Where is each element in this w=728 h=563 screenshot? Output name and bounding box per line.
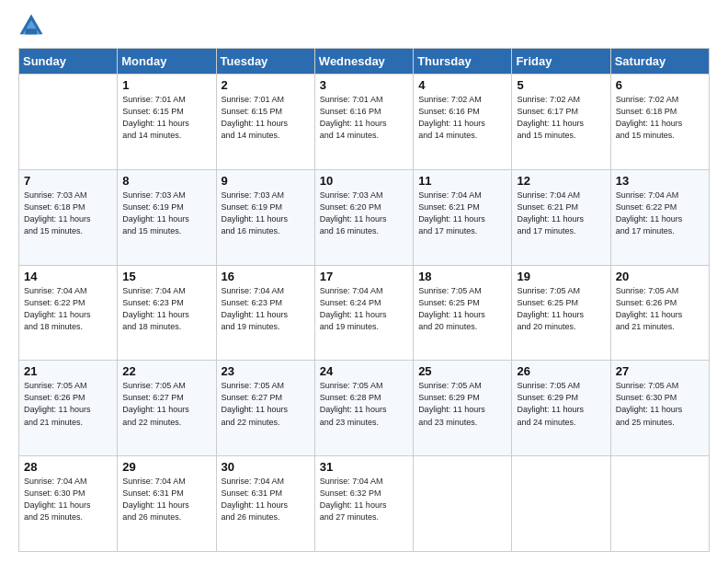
day-info: Sunrise: 7:05 AM Sunset: 6:29 PM Dayligh… xyxy=(517,380,605,428)
week-row-3: 14Sunrise: 7:04 AM Sunset: 6:22 PM Dayli… xyxy=(19,265,710,361)
day-number: 2 xyxy=(222,78,310,92)
day-number: 10 xyxy=(320,174,408,188)
day-info: Sunrise: 7:03 AM Sunset: 6:19 PM Dayligh… xyxy=(122,190,210,237)
day-number: 3 xyxy=(320,78,408,92)
day-info: Sunrise: 7:02 AM Sunset: 6:18 PM Dayligh… xyxy=(616,94,704,142)
day-cell: 21Sunrise: 7:05 AM Sunset: 6:26 PM Dayli… xyxy=(19,361,118,456)
weekday-header-friday: Friday xyxy=(512,49,610,75)
day-info: Sunrise: 7:05 AM Sunset: 6:26 PM Dayligh… xyxy=(24,380,112,428)
day-cell: 17Sunrise: 7:04 AM Sunset: 6:24 PM Dayli… xyxy=(314,265,413,361)
day-cell: 12Sunrise: 7:04 AM Sunset: 6:21 PM Dayli… xyxy=(512,169,610,265)
day-number: 20 xyxy=(616,270,704,283)
day-cell xyxy=(414,456,512,552)
day-cell: 22Sunrise: 7:05 AM Sunset: 6:27 PM Dayli… xyxy=(118,361,216,456)
day-info: Sunrise: 7:04 AM Sunset: 6:24 PM Dayligh… xyxy=(320,285,408,333)
day-cell: 11Sunrise: 7:04 AM Sunset: 6:21 PM Dayli… xyxy=(414,169,512,265)
day-info: Sunrise: 7:05 AM Sunset: 6:30 PM Dayligh… xyxy=(616,380,704,428)
day-cell: 18Sunrise: 7:05 AM Sunset: 6:25 PM Dayli… xyxy=(414,265,512,361)
logo xyxy=(18,17,46,39)
day-cell: 24Sunrise: 7:05 AM Sunset: 6:28 PM Dayli… xyxy=(314,361,413,456)
logo-icon xyxy=(18,13,44,39)
day-info: Sunrise: 7:03 AM Sunset: 6:19 PM Dayligh… xyxy=(222,190,310,237)
day-number: 13 xyxy=(616,174,704,188)
day-cell: 26Sunrise: 7:05 AM Sunset: 6:29 PM Dayli… xyxy=(512,361,610,456)
day-cell: 14Sunrise: 7:04 AM Sunset: 6:22 PM Dayli… xyxy=(19,265,118,361)
day-cell: 23Sunrise: 7:05 AM Sunset: 6:27 PM Dayli… xyxy=(216,361,314,456)
week-row-4: 21Sunrise: 7:05 AM Sunset: 6:26 PM Dayli… xyxy=(19,361,710,456)
day-info: Sunrise: 7:03 AM Sunset: 6:18 PM Dayligh… xyxy=(24,190,112,237)
day-cell xyxy=(19,75,118,170)
day-info: Sunrise: 7:05 AM Sunset: 6:29 PM Dayligh… xyxy=(418,380,506,428)
day-info: Sunrise: 7:04 AM Sunset: 6:21 PM Dayligh… xyxy=(418,190,506,237)
day-cell: 5Sunrise: 7:02 AM Sunset: 6:17 PM Daylig… xyxy=(512,75,610,170)
svg-rect-2 xyxy=(26,29,37,34)
day-number: 21 xyxy=(24,364,112,378)
day-number: 16 xyxy=(222,270,310,283)
weekday-header-saturday: Saturday xyxy=(610,49,709,75)
day-cell: 15Sunrise: 7:04 AM Sunset: 6:23 PM Dayli… xyxy=(118,265,216,361)
day-number: 5 xyxy=(517,78,605,92)
day-number: 27 xyxy=(616,364,704,378)
day-cell: 28Sunrise: 7:04 AM Sunset: 6:30 PM Dayli… xyxy=(19,456,118,552)
day-info: Sunrise: 7:05 AM Sunset: 6:25 PM Dayligh… xyxy=(517,285,605,333)
day-number: 22 xyxy=(122,364,210,378)
day-number: 1 xyxy=(122,78,210,92)
day-number: 17 xyxy=(320,270,408,283)
day-cell: 4Sunrise: 7:02 AM Sunset: 6:16 PM Daylig… xyxy=(414,75,512,170)
calendar-table: SundayMondayTuesdayWednesdayThursdayFrid… xyxy=(18,48,710,552)
day-number: 29 xyxy=(122,460,210,474)
day-number: 24 xyxy=(320,364,408,378)
day-cell xyxy=(610,456,709,552)
day-number: 6 xyxy=(616,78,704,92)
day-cell: 8Sunrise: 7:03 AM Sunset: 6:19 PM Daylig… xyxy=(118,169,216,265)
day-number: 4 xyxy=(418,78,506,92)
day-number: 9 xyxy=(222,174,310,188)
day-info: Sunrise: 7:04 AM Sunset: 6:31 PM Dayligh… xyxy=(122,476,210,523)
day-cell: 10Sunrise: 7:03 AM Sunset: 6:20 PM Dayli… xyxy=(314,169,413,265)
day-info: Sunrise: 7:01 AM Sunset: 6:16 PM Dayligh… xyxy=(320,94,408,142)
day-info: Sunrise: 7:04 AM Sunset: 6:22 PM Dayligh… xyxy=(24,285,112,333)
page: SundayMondayTuesdayWednesdayThursdayFrid… xyxy=(0,0,728,563)
day-number: 25 xyxy=(418,364,506,378)
day-number: 18 xyxy=(418,270,506,283)
day-cell: 25Sunrise: 7:05 AM Sunset: 6:29 PM Dayli… xyxy=(414,361,512,456)
weekday-header-thursday: Thursday xyxy=(414,49,512,75)
day-cell: 30Sunrise: 7:04 AM Sunset: 6:31 PM Dayli… xyxy=(216,456,314,552)
day-cell: 1Sunrise: 7:01 AM Sunset: 6:15 PM Daylig… xyxy=(118,75,216,170)
day-number: 12 xyxy=(517,174,605,188)
day-info: Sunrise: 7:04 AM Sunset: 6:22 PM Dayligh… xyxy=(616,190,704,237)
day-number: 11 xyxy=(418,174,506,188)
day-cell: 2Sunrise: 7:01 AM Sunset: 6:15 PM Daylig… xyxy=(216,75,314,170)
day-info: Sunrise: 7:05 AM Sunset: 6:26 PM Dayligh… xyxy=(616,285,704,333)
day-cell: 9Sunrise: 7:03 AM Sunset: 6:19 PM Daylig… xyxy=(216,169,314,265)
day-number: 7 xyxy=(24,174,112,188)
day-info: Sunrise: 7:04 AM Sunset: 6:23 PM Dayligh… xyxy=(222,285,310,333)
header xyxy=(18,17,710,39)
day-info: Sunrise: 7:05 AM Sunset: 6:27 PM Dayligh… xyxy=(122,380,210,428)
day-cell: 13Sunrise: 7:04 AM Sunset: 6:22 PM Dayli… xyxy=(610,169,709,265)
day-number: 30 xyxy=(222,460,310,474)
day-cell xyxy=(512,456,610,552)
day-info: Sunrise: 7:02 AM Sunset: 6:17 PM Dayligh… xyxy=(517,94,605,142)
week-row-2: 7Sunrise: 7:03 AM Sunset: 6:18 PM Daylig… xyxy=(19,169,710,265)
day-info: Sunrise: 7:01 AM Sunset: 6:15 PM Dayligh… xyxy=(222,94,310,142)
week-row-1: 1Sunrise: 7:01 AM Sunset: 6:15 PM Daylig… xyxy=(19,75,710,170)
day-cell: 31Sunrise: 7:04 AM Sunset: 6:32 PM Dayli… xyxy=(314,456,413,552)
day-number: 31 xyxy=(320,460,408,474)
day-info: Sunrise: 7:04 AM Sunset: 6:23 PM Dayligh… xyxy=(122,285,210,333)
weekday-header-tuesday: Tuesday xyxy=(216,49,314,75)
day-info: Sunrise: 7:05 AM Sunset: 6:27 PM Dayligh… xyxy=(222,380,310,428)
day-cell: 19Sunrise: 7:05 AM Sunset: 6:25 PM Dayli… xyxy=(512,265,610,361)
day-number: 26 xyxy=(517,364,605,378)
day-info: Sunrise: 7:05 AM Sunset: 6:25 PM Dayligh… xyxy=(418,285,506,333)
day-cell: 20Sunrise: 7:05 AM Sunset: 6:26 PM Dayli… xyxy=(610,265,709,361)
day-cell: 3Sunrise: 7:01 AM Sunset: 6:16 PM Daylig… xyxy=(314,75,413,170)
weekday-header-row: SundayMondayTuesdayWednesdayThursdayFrid… xyxy=(19,49,710,75)
weekday-header-monday: Monday xyxy=(118,49,216,75)
day-number: 8 xyxy=(122,174,210,188)
day-info: Sunrise: 7:03 AM Sunset: 6:20 PM Dayligh… xyxy=(320,190,408,237)
day-number: 14 xyxy=(24,270,112,283)
day-number: 15 xyxy=(122,270,210,283)
day-cell: 6Sunrise: 7:02 AM Sunset: 6:18 PM Daylig… xyxy=(610,75,709,170)
day-cell: 16Sunrise: 7:04 AM Sunset: 6:23 PM Dayli… xyxy=(216,265,314,361)
